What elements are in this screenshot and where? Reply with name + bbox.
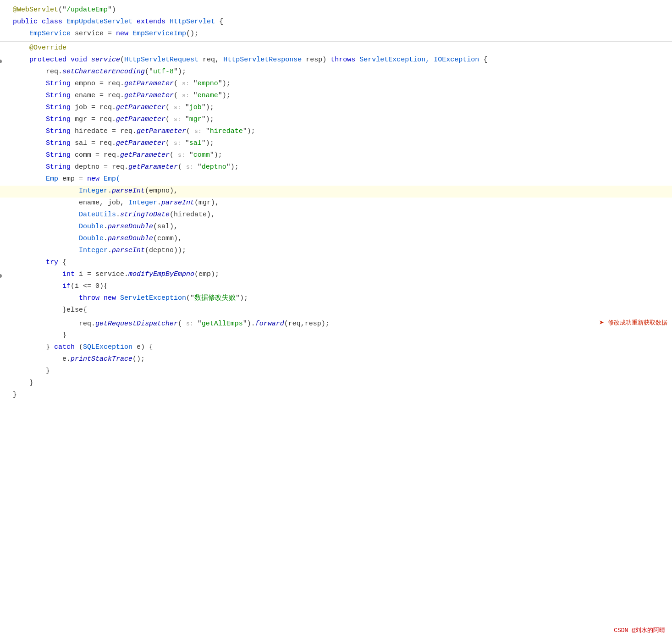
token-plain: e.	[13, 355, 71, 363]
token-plain: service	[75, 30, 104, 38]
token-plain: "	[181, 104, 189, 111]
code-content: protected void service(HttpServletReques…	[13, 55, 667, 66]
token-plain: (sal),	[153, 223, 178, 231]
code-content: @Override	[13, 43, 667, 54]
token-kw: new	[87, 175, 104, 183]
code-content: Double.parseDouble(comm),	[13, 233, 667, 244]
token-plain: (emp);	[194, 270, 219, 278]
token-plain: (	[165, 139, 174, 147]
code-content: }	[13, 366, 667, 377]
token-plain: "	[181, 139, 189, 147]
token-str: deptno	[202, 163, 226, 171]
token-plain: emp =	[62, 175, 87, 183]
code-line: } catch (SQLException e) {	[0, 342, 672, 354]
token-plain	[13, 294, 79, 302]
token-plain: .	[104, 223, 108, 231]
token-plain: ");	[218, 92, 231, 99]
token-param-hint: s:	[194, 128, 202, 135]
token-kw: protected	[29, 56, 71, 64]
token-plain	[13, 104, 46, 111]
token-kw: String	[46, 80, 75, 88]
token-plain: resp)	[306, 56, 330, 64]
token-plain: ("	[186, 294, 194, 302]
token-plain: ("	[58, 6, 66, 14]
token-plain: (hiredate),	[170, 211, 215, 219]
code-content: }	[13, 330, 667, 341]
token-plain: comm = req.	[75, 151, 120, 159]
code-line: String ename = req.getParameter( s: "ena…	[0, 90, 672, 102]
token-kw: public	[13, 18, 42, 26]
code-line: if(i <= 0){	[0, 281, 672, 293]
token-plain: ");	[210, 151, 222, 159]
token-method: getRequestDispatcher	[95, 320, 178, 328]
token-class-name: DateUtils	[79, 211, 116, 219]
code-content: }	[13, 378, 667, 389]
token-str: job	[189, 104, 202, 111]
code-line: String sal = req.getParameter( s: "sal")…	[0, 138, 672, 150]
token-plain	[13, 116, 46, 123]
token-plain: req.	[13, 320, 95, 328]
token-plain: ();	[132, 355, 145, 363]
token-plain: }	[13, 367, 50, 375]
token-class-name: ServletException	[120, 294, 186, 302]
token-kw: String	[46, 92, 75, 99]
token-param-hint: s:	[174, 104, 181, 111]
token-annotation: @WebServlet	[13, 6, 58, 14]
code-content: String hiredate = req.getParameter( s: "…	[13, 126, 667, 137]
code-line: Integer.parseInt(empno),	[0, 186, 672, 198]
code-line: e.printStackTrace();	[0, 354, 672, 366]
code-line: @WebServlet("/updateEmp")	[0, 5, 672, 16]
token-plain	[13, 211, 79, 219]
token-str: mgr	[189, 116, 202, 123]
code-line: req.setCharacterEncoding("utf-8");	[0, 66, 672, 78]
code-line: Integer.parseInt(deptno));	[0, 245, 672, 257]
separator	[0, 41, 672, 42]
token-class-name: Emp(	[104, 175, 120, 183]
token-class-name: HttpServletResponse	[223, 56, 306, 64]
token-plain: (	[170, 151, 178, 159]
token-class-name: Double	[79, 235, 104, 242]
token-plain: .	[157, 199, 161, 207]
token-method: getParameter	[116, 104, 165, 111]
token-plain: (deptno));	[145, 247, 186, 254]
token-plain: job = req.	[75, 104, 116, 111]
token-class-name: EmpServiceImp	[132, 30, 186, 38]
code-content: @WebServlet("/updateEmp")	[13, 5, 667, 16]
code-content: String mgr = req.getParameter( s: "mgr")…	[13, 114, 667, 125]
token-method: printStackTrace	[71, 355, 132, 363]
token-plain: (	[165, 104, 174, 111]
token-plain	[13, 163, 46, 171]
token-plain: (	[178, 163, 186, 171]
token-plain: ")	[108, 6, 116, 14]
token-plain: {	[219, 18, 223, 26]
token-plain	[13, 56, 29, 64]
code-container: @WebServlet("/updateEmp")public class Em…	[0, 0, 672, 406]
annotation-text: 修改成功重新获取数据	[608, 319, 667, 328]
code-line: DateUtils.stringToDate(hiredate),	[0, 209, 672, 221]
token-kw: String	[46, 104, 75, 111]
token-class-name: HttpServlet	[170, 18, 219, 26]
code-line: String job = req.getParameter( s: "job")…	[0, 102, 672, 114]
token-param-hint: s:	[178, 152, 185, 159]
token-param-hint: s:	[182, 92, 189, 99]
code-line: protected void service(HttpServletReques…	[0, 55, 672, 66]
token-kw: String	[46, 151, 75, 159]
token-method: parseDouble	[108, 223, 153, 231]
code-line: }	[0, 390, 672, 402]
code-content: String ename = req.getParameter( s: "ena…	[13, 90, 667, 101]
token-plain: empno = req.	[75, 80, 124, 88]
token-plain: (	[178, 320, 186, 328]
token-plain: (	[186, 127, 194, 135]
token-plain: (	[165, 116, 174, 123]
token-plain	[13, 223, 79, 231]
token-method: parseInt	[161, 199, 194, 207]
token-plain	[13, 247, 79, 254]
token-plain: (	[174, 92, 182, 99]
token-class-name: HttpServletRequest	[124, 56, 203, 64]
breakpoint-dot	[0, 274, 2, 278]
token-kw: new	[104, 294, 120, 302]
token-plain: ");	[202, 104, 214, 111]
bottom-bar: CSDN @刘水的阿晴	[607, 624, 672, 638]
token-plain: "	[181, 116, 189, 123]
token-plain	[13, 258, 46, 266]
